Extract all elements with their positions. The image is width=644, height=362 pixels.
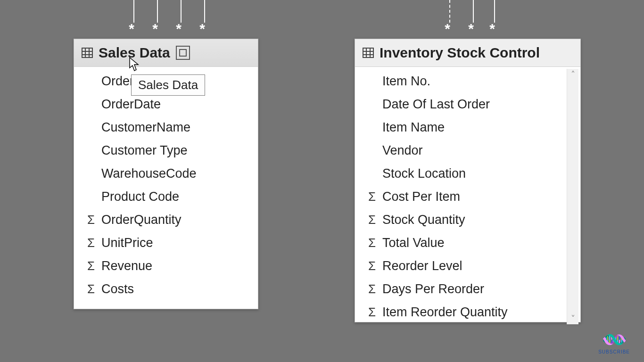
field-row[interactable]: Vendor [355,139,580,162]
field-row[interactable]: Costs [74,278,258,301]
sigma-icon [82,213,100,227]
tooltip-table-name: Sales Data [131,74,205,96]
scroll-down-icon[interactable]: ˅ [571,313,575,324]
field-name: Item Reorder Quantity [381,305,508,320]
field-list: OrderOrderDateCustomerNameCustomer TypeW… [74,67,258,313]
field-row[interactable]: Customer Type [74,139,258,162]
table-header[interactable]: Inventory Stock Control [355,39,580,67]
field-row[interactable]: Cost Per Item [355,185,580,208]
field-row[interactable]: Item Name [355,116,580,139]
sigma-icon [363,282,381,296]
table-icon [363,48,374,58]
sigma-icon [82,259,100,273]
cardinality-many-icon: * [197,23,207,35]
sigma-icon [363,236,381,250]
field-row[interactable]: Item Reorder Quantity [355,301,580,324]
field-row[interactable]: Total Value [355,231,580,255]
relationship-line: * [155,0,160,35]
field-name: CustomerName [100,120,190,135]
field-name: Date Of Last Order [381,97,490,112]
field-name: Revenue [100,259,152,273]
field-name: Product Code [100,189,179,204]
field-name: Stock Location [381,166,466,181]
scrollbar[interactable]: ˄ ˅ [567,69,578,324]
field-name: Order [100,74,134,89]
field-name: Item Name [381,120,445,135]
field-name: OrderQuantity [100,213,182,227]
relationship-line: * [131,0,137,35]
cardinality-many-icon: * [173,23,184,35]
sigma-icon [82,236,100,250]
field-row[interactable]: UnitPrice [74,231,258,255]
field-row[interactable]: Reorder Level [355,255,580,278]
svg-rect-0 [82,48,92,58]
field-name: Costs [100,282,134,296]
field-row[interactable]: CustomerName [74,116,258,139]
table-header[interactable]: Sales Data [74,39,258,67]
svg-rect-5 [363,48,373,58]
table-title: Inventory Stock Control [380,45,540,61]
field-name: Total Value [381,236,445,250]
field-row[interactable]: Stock Location [355,162,580,185]
table-title: Sales Data [99,45,170,61]
cardinality-many-icon: * [126,23,137,35]
cardinality-many-icon: * [487,23,497,35]
field-row[interactable]: Days Per Reorder [355,278,580,301]
cardinality-many-icon: * [466,23,476,35]
dna-icon: 🧬 [602,327,627,352]
table-card-inventory-stock-control[interactable]: Inventory Stock Control ˄ ˅ Item No.Date… [355,39,581,322]
table-options-button[interactable] [176,46,190,60]
sigma-icon [363,259,381,273]
subscribe-label: SUBSCRIBE [598,349,630,354]
relationship-line: * [447,0,453,35]
field-name: Days Per Reorder [381,282,484,296]
sigma-icon [82,282,100,296]
field-row[interactable]: Stock Quantity [355,208,580,231]
field-name: OrderDate [100,97,161,112]
field-name: Cost Per Item [381,189,460,204]
sigma-icon [363,213,381,227]
sigma-icon [363,305,381,320]
field-row[interactable]: Product Code [74,185,258,208]
relationship-line: * [471,0,476,35]
table-icon [82,48,93,58]
field-list: ˄ ˅ Item No.Date Of Last OrderItem NameV… [355,67,580,326]
field-name: Stock Quantity [381,213,465,227]
field-row[interactable]: Item No. [355,70,580,93]
relationship-line: * [178,0,184,35]
field-name: Vendor [381,143,423,158]
field-row[interactable]: OrderDate [74,93,258,116]
field-row[interactable]: Date Of Last Order [355,93,580,116]
sigma-icon [363,189,381,204]
field-row[interactable]: WarehouseCode [74,162,258,185]
field-name: Customer Type [100,143,188,158]
relationship-line: * [492,0,497,35]
field-name: UnitPrice [100,236,153,250]
field-row[interactable]: Revenue [74,255,258,278]
cardinality-many-icon: * [150,23,160,35]
field-row[interactable]: OrderQuantity [74,208,258,231]
subscribe-watermark: 🧬 SUBSCRIBE [598,331,630,354]
field-name: WarehouseCode [100,166,197,181]
cardinality-many-icon: * [442,23,453,35]
field-name: Reorder Level [381,259,462,273]
field-name: Item No. [381,74,430,89]
scroll-up-icon[interactable]: ˄ [571,69,575,80]
relationship-line: * [202,0,207,35]
